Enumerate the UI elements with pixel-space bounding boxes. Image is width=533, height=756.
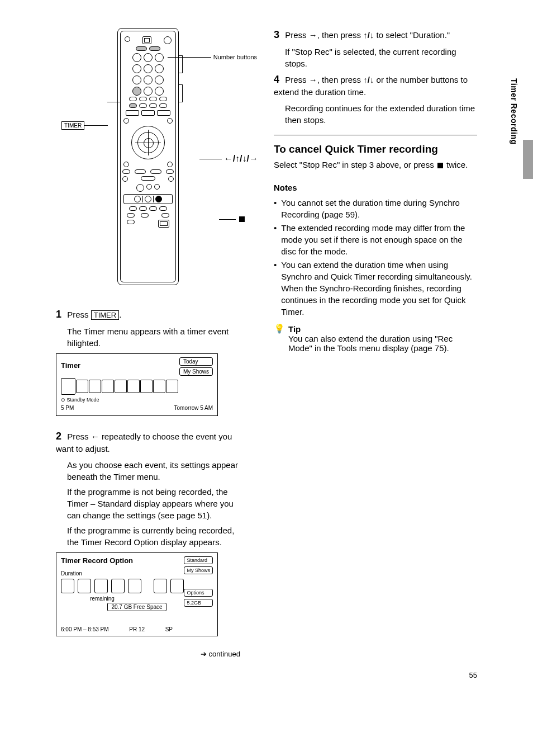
step3-detail1: If "Stop Rec" is selected, the current r… bbox=[285, 46, 477, 69]
right-arrow-glyph-icon: → bbox=[309, 30, 317, 41]
remote-body bbox=[117, 28, 179, 285]
cancel-body-b: twice. bbox=[446, 160, 468, 169]
notes-heading: Notes bbox=[274, 182, 477, 193]
tip-lightbulb-icon: 💡 bbox=[274, 324, 285, 333]
menu2-tab-standard: Standard bbox=[184, 556, 213, 564]
step-2: 2 Press ← repeatedly to choose the event… bbox=[56, 429, 240, 455]
left-arrow-glyph-icon: ← bbox=[91, 431, 99, 442]
note-2: The extended recording mode may differ f… bbox=[274, 222, 477, 257]
tip-label: Tip bbox=[288, 324, 301, 334]
step1-press: Press bbox=[67, 310, 88, 319]
updown-arrow-glyph-icon: ↑/↓ bbox=[363, 30, 374, 41]
menu2-time-range: 6:00 PM – 8:53 PM bbox=[61, 626, 109, 632]
note-1: You cannot set the duration time during … bbox=[274, 197, 477, 220]
step2-a: Press bbox=[67, 432, 91, 441]
menu1-tab-myshows: My Shows bbox=[179, 367, 213, 376]
tip-text: You can also extend the duration using "… bbox=[288, 334, 453, 353]
step2-detail2: If the programme is not being recorded, … bbox=[67, 486, 240, 521]
menu2-tab-myshows: My Shows bbox=[184, 566, 213, 574]
step-1: 1 Press TIMER. bbox=[56, 308, 240, 321]
cancel-body-a: Select "Stop Rec" in step 3 above, or pr… bbox=[274, 160, 436, 169]
step4-b: , then press bbox=[317, 75, 364, 84]
side-index-tab bbox=[523, 140, 533, 179]
step4-a: Press bbox=[285, 75, 309, 84]
page-number: 55 bbox=[469, 671, 477, 679]
continued-arrow: ➔ continued bbox=[56, 650, 240, 658]
step1-period: . bbox=[119, 310, 121, 319]
menu2-mode: SP bbox=[165, 626, 173, 632]
step3-a: Press bbox=[285, 30, 309, 40]
menu2-tab-options: Options bbox=[184, 589, 213, 597]
menu1-title: Timer bbox=[61, 361, 80, 370]
callout-timer-box: TIMER bbox=[61, 121, 84, 130]
step4-detail: Recording continues for the extended dur… bbox=[285, 102, 477, 126]
step2-detail1: As you choose each event, its settings a… bbox=[67, 459, 240, 483]
menu2-space: 20.7 GB Free Space bbox=[107, 603, 166, 611]
step3-b: , then press bbox=[317, 30, 364, 40]
remote-diagram: Number buttons TIMER ←/↑/↓/→ bbox=[73, 28, 240, 285]
timer-button-label-box: TIMER bbox=[91, 310, 119, 320]
step-4: 4 Press →, then press ↑/↓ or the number … bbox=[274, 73, 477, 98]
menu1-standby: ⊙ Standby Mode bbox=[61, 397, 99, 403]
cancel-quick-timer-heading: To cancel Quick Timer recording bbox=[274, 135, 477, 155]
menu1-scale-left: 5 PM bbox=[61, 405, 74, 411]
cancel-quick-timer-body: Select "Stop Rec" in step 3 above, or pr… bbox=[274, 159, 477, 171]
side-section-label: Timer Recording bbox=[510, 78, 518, 145]
stop-glyph-icon bbox=[437, 163, 443, 168]
step3-c: to select "Duration." bbox=[377, 30, 450, 40]
timer-menu-screenshot: Timer Today My Shows ⊙ Standby Mode bbox=[56, 353, 218, 416]
note-3: You can extend the duration time when us… bbox=[274, 259, 477, 318]
step1-desc: The Timer menu appears with a timer even… bbox=[67, 325, 240, 349]
right-arrow-glyph-2-icon: → bbox=[309, 74, 317, 86]
menu1-scale-right: Tomorrow 5 AM bbox=[174, 405, 213, 411]
timer-record-option-screenshot: Standard My Shows Options 5.2GB Timer Re… bbox=[56, 552, 218, 636]
callout-dpad-arrows: ←/↑/↓/→ bbox=[224, 154, 258, 164]
tip-row: 💡 Tip You can also extend the duration u… bbox=[274, 324, 477, 353]
menu2-channel: PR 12 bbox=[129, 626, 145, 632]
updown-arrow-glyph-2-icon: ↑/↓ bbox=[363, 74, 374, 86]
callout-number-buttons: Number buttons bbox=[213, 54, 257, 60]
step-3: 3 Press →, then press ↑/↓ to select "Dur… bbox=[274, 28, 477, 41]
step2-detail3: If the programme is currently being reco… bbox=[67, 525, 240, 548]
callout-stop-icon bbox=[239, 216, 245, 222]
menu1-tab-today: Today bbox=[179, 357, 213, 366]
menu2-free-gb: 5.2GB bbox=[184, 599, 213, 607]
